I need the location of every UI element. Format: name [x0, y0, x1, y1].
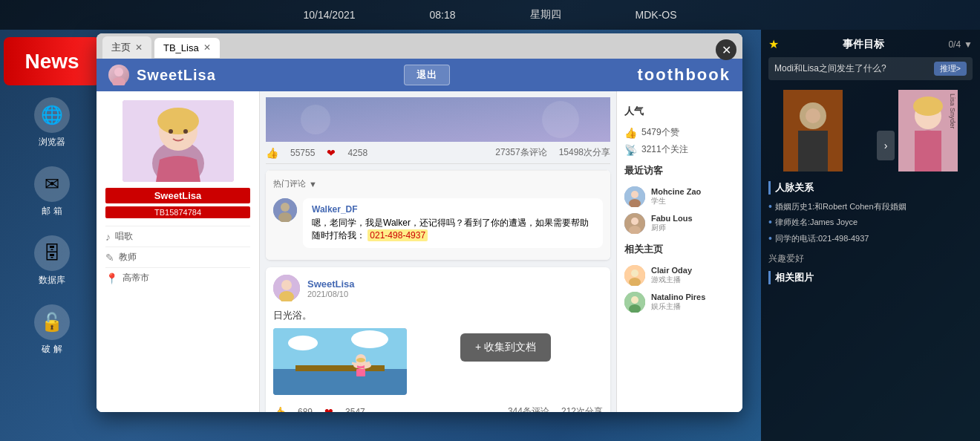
walker-avatar — [273, 198, 297, 222]
popularity-title: 人气 — [624, 105, 735, 118]
post2-author-info: SweetLisa 2021/08/10 — [307, 278, 355, 298]
count-value: 0/4 — [948, 39, 961, 50]
post2-image — [273, 328, 407, 395]
sidebar-item-crack[interactable]: 🔓 破 解 — [15, 298, 89, 362]
logout-button[interactable]: 退出 — [404, 65, 450, 85]
system-day: 星期四 — [530, 8, 561, 22]
likes-count: 5479个赞 — [641, 126, 679, 139]
clair-name: Clair Oday — [651, 266, 692, 275]
tab-tb-lisa-label: TB_Lisa — [163, 42, 199, 53]
event-task: Modi和Lisa之间发生了什么? 推理> — [768, 57, 973, 80]
walker-comment-bubble: Walker_DF 嗯，老同学，我是Walker，还记得吗？看到了你的遭遇，如果… — [303, 198, 603, 248]
svg-point-5 — [157, 108, 199, 134]
clair-avatar — [624, 265, 645, 286]
toothbook-container: SweetLisa TB15874784 ♪ 唱歌 ✎ 教师 📍 高蒂市 — [97, 91, 742, 412]
news-label: News — [24, 50, 79, 74]
post1-shares: 15498次分享 — [559, 146, 610, 159]
visitor-fabu-name: Fabu Lous — [651, 214, 693, 223]
recent-visitors-title: 最近访客 — [624, 164, 735, 177]
post2-shares: 212次分享 — [561, 405, 603, 412]
rss-icon: 📡 — [624, 144, 637, 156]
sidebar-item-email[interactable]: ✉ 邮 箱 — [15, 160, 89, 223]
tab-tb-lisa-close[interactable]: ✕ — [203, 43, 211, 52]
profile-singing-label: 唱歌 — [115, 230, 133, 243]
related-natalino: Natalino Pires 娱乐主播 — [624, 289, 735, 316]
browser-window: 主页 ✕ TB_Lisa ✕ ✕ SweetLisa — [97, 33, 742, 412]
profile-id-tag: TB15874784 — [105, 206, 250, 218]
task-text: Modi和Lisa之间发生了什么? — [774, 62, 886, 75]
profile-banner — [266, 97, 610, 142]
svg-rect-27 — [356, 369, 365, 376]
infer-button[interactable]: 推理> — [934, 62, 967, 76]
tab-home[interactable]: 主页 ✕ — [102, 36, 151, 59]
relation-text-0: 婚姻历史1:和Robert Cohen有段婚姻 — [775, 201, 906, 212]
browser-close-button[interactable]: ✕ — [716, 39, 736, 60]
like-icon: 👍 — [266, 147, 278, 159]
star-icon: ★ — [768, 37, 779, 51]
visitor-fabu-avatar — [624, 213, 645, 234]
main-posts-area[interactable]: 👍 55755 ❤ 4258 27357条评论 15498次分享 热门评论 ▼ — [260, 91, 616, 412]
post2-author-name: SweetLisa — [307, 278, 355, 290]
walker-name: Walker_DF — [312, 204, 594, 215]
sidebar-item-browser[interactable]: 🌐 浏览器 — [15, 91, 89, 154]
relation-text-2: 同学的电话:021-498-4937 — [775, 233, 869, 244]
profile-city-label: 高蒂市 — [122, 272, 149, 284]
toothbook-header: SweetLisa 退出 toothbook — [97, 59, 742, 91]
sidebar-item-database[interactable]: 🗄 数据库 — [15, 229, 89, 293]
phone-number: 021-498-4937 — [368, 229, 428, 241]
tab-tb-lisa[interactable]: TB_Lisa ✕ — [154, 38, 220, 58]
walker-comment: Walker_DF 嗯，老同学，我是Walker，还记得吗？看到了你的遭遇，如果… — [273, 194, 603, 252]
visitor-fabu: Fabu Lous 厨师 — [624, 210, 735, 237]
post2-likes: 689 — [298, 407, 313, 413]
svg-point-37 — [631, 270, 638, 277]
system-date: 10/14/2021 — [303, 9, 355, 21]
visitor-mohcine-avatar — [624, 186, 645, 207]
event-title: 事件目标 — [843, 38, 884, 51]
visitor-fabu-role: 厨师 — [651, 223, 693, 233]
visitor-fabu-info: Fabu Lous 厨师 — [651, 214, 693, 233]
location-icon: 📍 — [105, 272, 118, 284]
right-event-panel: ★ 事件目标 0/4 ▼ Modi和Lisa之间发生了什么? 推理> — [761, 30, 980, 441]
related-clair: Clair Oday 游戏主播 — [624, 262, 735, 289]
post2-like-icon: 👍 — [273, 406, 286, 413]
next-arrow-button[interactable]: › — [877, 131, 895, 160]
follows-stat: 📡 3211个关注 — [624, 141, 735, 158]
post2-card: SweetLisa 2021/08/10 日光浴。 — [266, 267, 610, 412]
svg-rect-44 — [798, 131, 828, 172]
relation-0: • 婚姻历史1:和Robert Cohen有段婚姻 — [768, 199, 973, 215]
comment-label: 热门评论 ▼ — [273, 178, 603, 189]
svg-point-22 — [351, 330, 388, 348]
visitor-mohcine-name: Mohcine Zao — [651, 187, 701, 196]
svg-point-1 — [112, 77, 125, 85]
svg-point-31 — [631, 191, 638, 198]
svg-point-13 — [281, 203, 290, 212]
dislike-icon: ❤ — [327, 147, 336, 159]
logout-label: 退出 — [416, 68, 437, 82]
walker-comment-text: 嗯，老同学，我是Walker，还记得吗？看到了你的遭遇，如果需要帮助随时打给我：… — [312, 217, 594, 242]
svg-point-45 — [806, 108, 820, 123]
collect-button[interactable]: + 收集到文档 — [460, 333, 551, 362]
post2-header: SweetLisa 2021/08/10 — [266, 267, 610, 309]
email-icon: ✉ — [34, 166, 70, 202]
post1-card: 热门评论 ▼ W — [266, 170, 610, 260]
natalino-role: 娱乐主播 — [651, 301, 705, 312]
event-header: ★ 事件目标 0/4 ▼ — [768, 37, 973, 51]
singing-icon: ♪ — [105, 231, 111, 243]
tab-home-close[interactable]: ✕ — [135, 43, 143, 52]
clair-role: 游戏主播 — [651, 275, 692, 285]
comment-section: 热门评论 ▼ W — [266, 170, 610, 260]
news-badge[interactable]: News — [4, 37, 100, 85]
profile-sidebar: SweetLisa TB15874784 ♪ 唱歌 ✎ 教师 📍 高蒂市 — [97, 91, 260, 412]
post1-likes: 55755 — [290, 148, 315, 158]
relation-1: • 律师姓名:James Joyce — [768, 215, 973, 230]
svg-rect-19 — [273, 369, 407, 395]
post2-author-avatar — [273, 275, 300, 301]
relations-section: 人脉关系 • 婚姻历史1:和Robert Cohen有段婚姻 • 律师姓名:Ja… — [768, 181, 973, 246]
system-os: MDK-OS — [636, 9, 677, 21]
profile-info-city: 📍 高蒂市 — [105, 267, 250, 288]
svg-point-7 — [183, 129, 188, 134]
teacher-icon: ✎ — [105, 252, 114, 264]
tab-home-label: 主页 — [111, 41, 131, 54]
relation-text-1: 律师姓名:James Joyce — [775, 217, 858, 228]
svg-point-0 — [114, 68, 123, 76]
